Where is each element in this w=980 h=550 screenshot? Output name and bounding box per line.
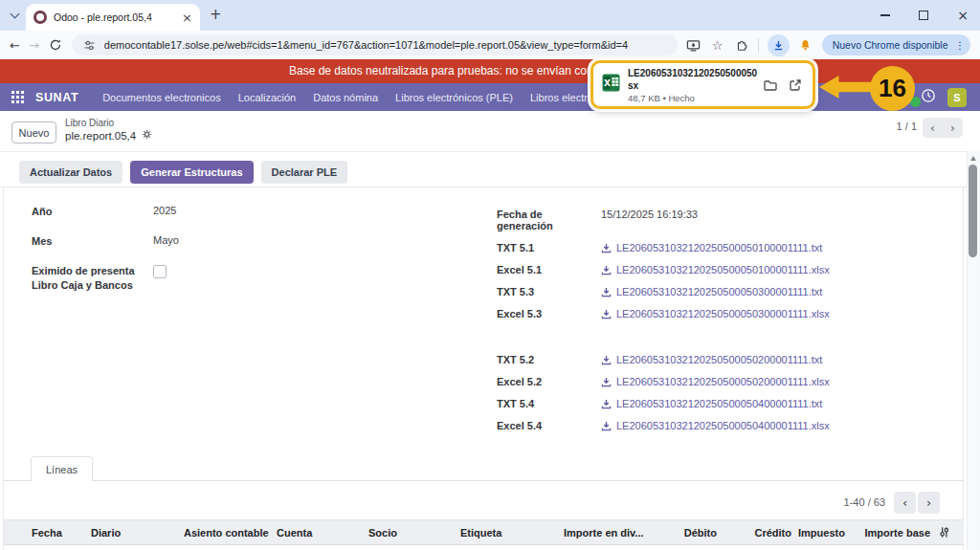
scrollbar-thumb[interactable] — [969, 165, 977, 257]
column-debito[interactable]: Débito — [659, 527, 717, 539]
exempt-label: Eximido de presenta Libro Caja y Bancos — [32, 264, 153, 293]
year-value[interactable]: 2025 — [153, 205, 176, 216]
menu-libros-ple[interactable]: Libros electrónicos (PLE) — [387, 92, 522, 103]
column-credito[interactable]: Crédito — [717, 527, 791, 539]
browser-window: Odoo - ple.report.05,4 × + × ← → democon… — [0, 0, 980, 550]
generated-date-value: 15/12/2025 16:19:33 — [601, 209, 698, 220]
file-label: TXT 5.1 — [497, 242, 601, 253]
optional-columns-icon[interactable] — [938, 526, 950, 539]
svg-text:X: X — [604, 78, 611, 88]
annotation-step-badge: 16 — [870, 66, 915, 111]
column-diario[interactable]: Diario — [91, 527, 184, 539]
column-cuenta[interactable]: Cuenta — [277, 527, 368, 539]
file-download-link[interactable]: LE2060531032120250500050400001111.xlsx — [601, 420, 830, 431]
breadcrumb-parent[interactable]: Libro Diario — [65, 118, 152, 128]
activities-clock-icon[interactable] — [921, 88, 936, 107]
menu-datos-nomina[interactable]: Datos nómina — [304, 92, 387, 103]
chevron-down-icon — [10, 10, 19, 19]
month-value[interactable]: Mayo — [153, 234, 179, 246]
list-pager-text: 1-40 / 63 — [792, 496, 885, 508]
file-download-link[interactable]: LE2060531032120250500050200001111.txt — [601, 354, 822, 365]
downloads-icon[interactable] — [768, 34, 790, 56]
tab-search-button[interactable] — [8, 10, 21, 23]
column-impuesto[interactable]: Impuesto — [791, 527, 849, 539]
chrome-update-button[interactable]: Nuevo Chrome disponible ⋮ — [822, 34, 970, 55]
month-label: Mes — [32, 234, 153, 249]
menu-kebab-icon[interactable]: ⋮ — [955, 39, 966, 51]
excel-file-icon: X — [602, 74, 620, 96]
new-tab-button[interactable]: + — [210, 6, 222, 23]
gear-icon[interactable] — [142, 129, 152, 142]
record-pager-text: 1 / 1 — [882, 121, 917, 132]
open-file-icon[interactable] — [787, 77, 804, 94]
back-icon[interactable]: ← — [10, 39, 20, 52]
bookmark-star-icon[interactable]: ☆ — [710, 37, 725, 53]
user-avatar[interactable]: S — [947, 88, 967, 107]
tab-lineas[interactable]: Líneas — [31, 456, 93, 481]
show-in-folder-icon[interactable] — [762, 77, 779, 94]
close-icon[interactable]: × — [957, 9, 969, 22]
download-filename-line2: sx — [628, 79, 754, 92]
notebook-divider — [4, 480, 964, 481]
menu-documentos-electronicos[interactable]: Documentos electronicos — [94, 92, 230, 103]
file-download-link[interactable]: LE2060531032120250500050100001111.xlsx — [601, 264, 830, 275]
url-text: democontable17.solse.pe/web#cids=1&menu_… — [104, 39, 628, 51]
column-importe-divisa[interactable]: Importe en div... — [564, 527, 659, 539]
column-importe-base[interactable]: Importe base — [849, 527, 930, 539]
file-label: Excel 5.3 — [497, 308, 601, 319]
new-record-button[interactable]: Nuevo — [11, 121, 56, 143]
pager-prev-icon[interactable]: ‹ — [930, 121, 935, 135]
apps-grid-icon[interactable] — [11, 91, 24, 103]
save-page-icon[interactable] — [686, 37, 702, 53]
download-filename-line1: LE2060531032120250500050 — [628, 67, 754, 79]
list-header-row: Fecha Diario Asiento contable Cuenta Soc… — [4, 519, 964, 545]
reload-icon[interactable] — [48, 37, 63, 53]
file-label: TXT 5.4 — [497, 398, 601, 409]
file-download-link[interactable]: LE2060531032120250500050400001111.txt — [601, 398, 822, 409]
scrollbar-up-icon[interactable] — [970, 156, 976, 161]
app-brand[interactable]: SUNAT — [35, 91, 78, 104]
tab-close-icon[interactable]: × — [182, 11, 192, 24]
forward-icon[interactable]: → — [29, 39, 39, 52]
browser-titlebar: Odoo - ple.report.05,4 × + × — [0, 0, 980, 31]
restore-icon[interactable] — [919, 11, 928, 20]
file-download-link[interactable]: LE2060531032120250500050100001111.txt — [601, 242, 822, 253]
column-asiento[interactable]: Asiento contable — [184, 527, 277, 539]
minimize-icon[interactable] — [880, 14, 890, 15]
menu-localizacion[interactable]: Localización — [230, 92, 305, 103]
file-download-link[interactable]: LE2060531032120250500050300001111.txt — [601, 286, 822, 297]
form-right-column: Fecha de generación 15/12/2025 16:19:33 … — [497, 209, 830, 431]
file-label: TXT 5.3 — [497, 286, 601, 297]
browser-tab[interactable]: Odoo - ple.report.05,4 × — [26, 4, 200, 31]
exempt-checkbox[interactable] — [153, 265, 167, 278]
file-download-link[interactable]: LE2060531032120250500050200001111.xlsx — [601, 376, 830, 387]
notification-bell-icon[interactable] — [798, 37, 813, 53]
list-pager-next[interactable]: › — [918, 492, 940, 514]
form-left-column: Año 2025 Mes Mayo Eximido de presenta Li… — [32, 205, 179, 292]
download-file-info[interactable]: LE2060531032120250500050 sx 48,7 KB • He… — [628, 67, 754, 103]
declarar-ple-button[interactable]: Declarar PLE — [261, 161, 347, 184]
actualizar-datos-button[interactable]: Actualizar Datos — [19, 161, 122, 184]
extensions-icon[interactable] — [734, 37, 749, 53]
column-socio[interactable]: Socio — [368, 527, 460, 539]
statusbar-actions: Actualizar Datos Generar Estructuras Dec… — [19, 161, 347, 184]
file-label: Excel 5.4 — [497, 420, 601, 431]
download-bubble[interactable]: X LE2060531032120250500050 sx 48,7 KB • … — [590, 60, 815, 109]
column-etiqueta[interactable]: Etiqueta — [460, 527, 564, 539]
site-settings-icon[interactable] — [82, 37, 98, 53]
file-label: Excel 5.1 — [497, 264, 601, 275]
generar-estructuras-button[interactable]: Generar Estructuras — [130, 161, 253, 184]
file-label: TXT 5.2 — [497, 354, 601, 365]
generated-date-label: Fecha de generación — [497, 209, 601, 231]
column-fecha[interactable]: Fecha — [32, 527, 91, 539]
file-download-link[interactable]: LE2060531032120250500050300001111.xlsx — [601, 308, 830, 319]
address-bar[interactable]: democontable17.solse.pe/web#cids=1&menu_… — [72, 34, 678, 55]
breadcrumb-current: ple.report.05,4 — [65, 130, 136, 142]
list-pager-prev[interactable]: ‹ — [894, 492, 916, 514]
pager-next-icon[interactable]: › — [950, 121, 955, 135]
browser-toolbar: ← → democontable17.solse.pe/web#cids=1&m… — [0, 31, 980, 59]
breadcrumb: Libro Diario ple.report.05,4 — [65, 118, 152, 142]
chrome-update-label: Nuevo Chrome disponible — [833, 39, 948, 51]
download-file-meta: 48,7 KB • Hecho — [628, 93, 754, 103]
year-label: Año — [32, 205, 153, 219]
